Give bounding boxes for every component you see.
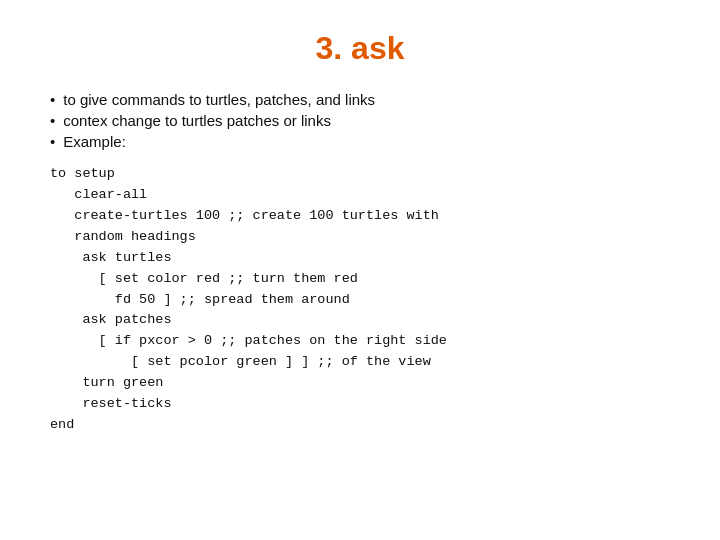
bullet-item-3: Example: <box>50 133 670 150</box>
page-title: 3. ask <box>50 30 670 67</box>
bullet-item-1: to give commands to turtles, patches, an… <box>50 91 670 108</box>
code-block: to setup clear-all create-turtles 100 ;;… <box>50 164 670 436</box>
bullet-item-2: contex change to turtles patches or link… <box>50 112 670 129</box>
bullet-list: to give commands to turtles, patches, an… <box>50 91 670 154</box>
page: 3. ask to give commands to turtles, patc… <box>0 0 720 540</box>
